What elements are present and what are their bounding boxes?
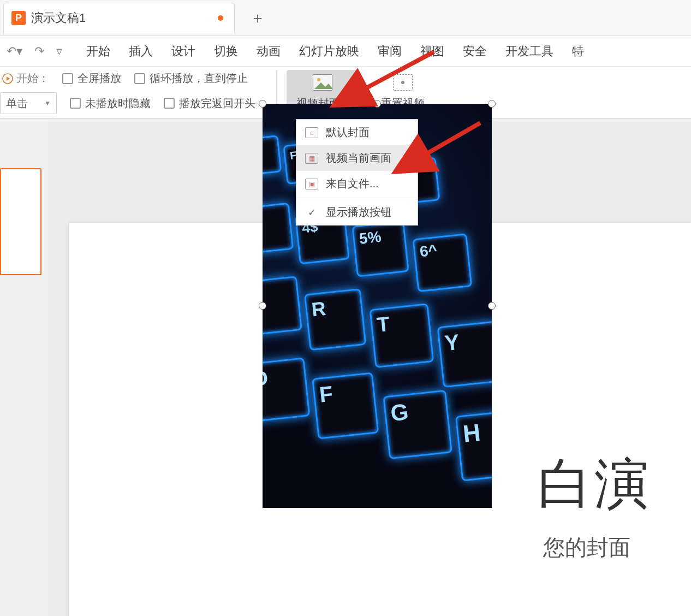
start-label: 开始： xyxy=(0,71,49,86)
video-cover-dropdown: ⌂ 默认封面 ▦ 视频当前画面 ▣ 来自文件... ✓ 显示播放按钮 xyxy=(296,119,418,226)
trigger-dropdown[interactable]: 单击▼ xyxy=(0,92,57,114)
dd-default-cover[interactable]: ⌂ 默认封面 xyxy=(296,120,418,145)
new-tab-button[interactable]: ＋ xyxy=(250,8,265,28)
frame-icon: ▦ xyxy=(305,153,318,164)
menu-transition[interactable]: 切换 xyxy=(214,43,238,60)
resize-handle[interactable] xyxy=(259,302,266,310)
resize-handle[interactable] xyxy=(259,100,266,108)
play-icon xyxy=(2,73,13,84)
slide-subtitle: 您的封面 xyxy=(543,532,691,562)
thumbnail-panel xyxy=(0,119,48,616)
tab-title: 演示文稿1 xyxy=(31,10,86,26)
picture-icon: ▣ xyxy=(305,179,318,189)
redo-button[interactable]: ↷ xyxy=(34,44,44,58)
menu-insert[interactable]: 插入 xyxy=(129,43,153,60)
slide-thumbnail[interactable] xyxy=(0,168,41,275)
dd-current-frame[interactable]: ▦ 视频当前画面 xyxy=(296,145,418,171)
svg-marker-1 xyxy=(7,76,10,81)
menu-bar: ↶▾ ↷ ▿ 开始 插入 设计 切换 动画 幻灯片放映 审阅 视图 安全 开发工… xyxy=(0,36,691,67)
fullscreen-checkbox[interactable]: 全屏播放 xyxy=(62,71,121,86)
image-icon xyxy=(313,74,332,91)
slide-title: 白演 xyxy=(538,448,691,522)
menu-review[interactable]: 审阅 xyxy=(378,43,402,60)
menu-start[interactable]: 开始 xyxy=(86,43,110,60)
dd-from-file[interactable]: ▣ 来自文件... xyxy=(296,171,418,197)
undo-button[interactable]: ↶▾ xyxy=(7,44,22,58)
menu-security[interactable]: 安全 xyxy=(463,43,487,60)
document-tab[interactable]: P 演示文稿1 xyxy=(3,3,235,33)
check-icon: ✓ xyxy=(305,206,318,218)
menu-slideshow[interactable]: 幻灯片放映 xyxy=(299,43,359,60)
more-qat-button[interactable]: ▿ xyxy=(56,44,62,58)
loop-checkbox[interactable]: 循环播放，直到停止 xyxy=(134,71,248,86)
rewind-checkbox[interactable]: 播放完返回开头 xyxy=(164,96,255,111)
tab-bar: P 演示文稿1 ＋ xyxy=(0,0,691,36)
resize-handle[interactable] xyxy=(373,100,381,108)
menu-devtools[interactable]: 开发工具 xyxy=(505,43,553,60)
menu-view[interactable]: 视图 xyxy=(420,43,444,60)
home-icon: ⌂ xyxy=(305,127,318,138)
dropdown-separator xyxy=(296,198,418,198)
reset-icon xyxy=(393,74,413,91)
resize-handle[interactable] xyxy=(488,302,496,310)
unsaved-dot-icon xyxy=(218,15,223,21)
resize-handle[interactable] xyxy=(488,100,496,108)
menu-design[interactable]: 设计 xyxy=(171,43,195,60)
dd-show-play-button[interactable]: ✓ 显示播放按钮 xyxy=(296,199,418,225)
menu-animation[interactable]: 动画 xyxy=(257,43,281,60)
wps-logo-icon: P xyxy=(11,11,26,25)
svg-point-2 xyxy=(317,78,320,81)
menu-extra[interactable]: 特 xyxy=(572,43,584,60)
hide-not-playing-checkbox[interactable]: 未播放时隐藏 xyxy=(70,96,151,111)
